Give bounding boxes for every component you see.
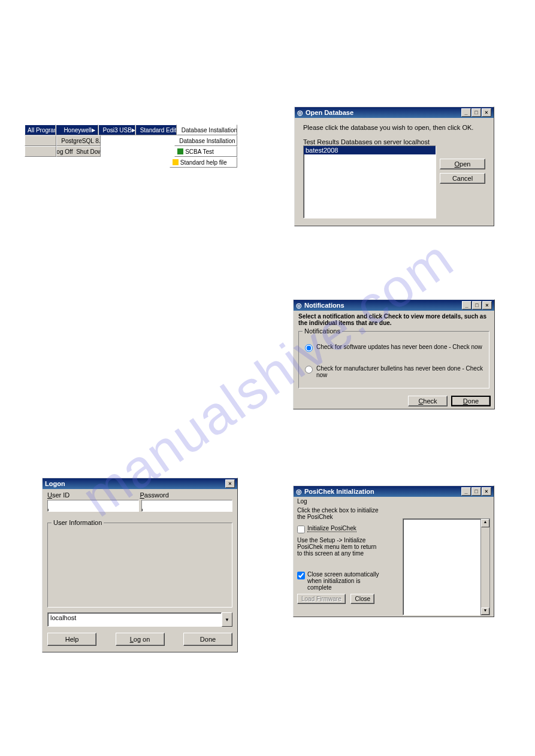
notifications-dialog: ◎ Notifications _ □ × Select a notificat…	[293, 299, 495, 409]
initialize-checkbox[interactable]	[297, 526, 305, 533]
scrollbar[interactable]: ▲ ▼	[480, 518, 490, 615]
close-button[interactable]: ×	[482, 487, 491, 496]
maximize-button[interactable]: □	[471, 487, 481, 496]
help-button[interactable]: Help	[47, 633, 96, 646]
done-button[interactable]: Done	[183, 633, 232, 646]
host-combo[interactable]: localhost	[47, 612, 222, 627]
cancel-button[interactable]: Cancel	[440, 173, 485, 184]
logon-button[interactable]: Log on	[116, 633, 165, 646]
radio-updates[interactable]	[305, 344, 313, 352]
instruction-text: Please click the database you wish to op…	[303, 124, 485, 131]
window-title: Logon	[45, 480, 65, 487]
group-label: Notifications	[303, 327, 342, 335]
initialize-checkbox-row[interactable]: Initialize PosiChek	[297, 525, 381, 533]
menu-postgresql[interactable]: PostgreSQL 8.3▶	[56, 135, 100, 146]
scba-icon	[177, 148, 183, 154]
maximize-button[interactable]: □	[472, 301, 482, 309]
maximize-button[interactable]: □	[471, 108, 481, 117]
menu-spacer	[25, 146, 56, 157]
open-button[interactable]: Open	[440, 159, 485, 169]
titlebar: ◎ PosiChek Initialization _ □ ×	[294, 486, 494, 497]
minimize-button[interactable]: _	[461, 487, 471, 496]
close-button[interactable]: ×	[482, 301, 492, 309]
log-label: Log	[297, 498, 490, 505]
open-database-dialog: ◎ Open Database _ □ × Please click the d…	[294, 107, 494, 226]
menu-logoff-shutdown[interactable]: Log Off Shut Down	[56, 146, 100, 157]
password-label: Password	[140, 491, 233, 499]
user-id-input[interactable]	[47, 500, 139, 512]
titlebar: ◎ Notifications _ □ ×	[294, 300, 494, 311]
notification-option-2[interactable]: Check for manufacturer bulletins has nev…	[305, 365, 483, 378]
help-text: Use the Setup -> Initialize PosiChek men…	[297, 537, 381, 557]
user-info-label: User Information	[52, 519, 104, 526]
close-button[interactable]: Close	[350, 594, 374, 604]
menu-db-wizard-help[interactable]: Database Installation Wizard Help	[174, 135, 237, 146]
menu-posi3usb[interactable]: Posi3 USB▶	[98, 125, 135, 135]
app-icon: ◎	[297, 109, 303, 117]
user-id-label: User ID	[47, 491, 140, 499]
database-item[interactable]: batest2008	[304, 146, 436, 154]
posichek-init-dialog: ◎ PosiChek Initialization _ □ × Log Clic…	[293, 485, 494, 617]
folder-icon	[59, 127, 62, 133]
window-title: Open Database	[306, 109, 353, 116]
password-input[interactable]	[141, 500, 233, 512]
app-icon: ◎	[296, 488, 302, 496]
menu-std-help[interactable]: Standard help file	[170, 157, 237, 168]
titlebar: ◎ Open Database _ □ ×	[295, 107, 494, 118]
menu-db-wizard[interactable]: Database Installation Wizard	[177, 125, 237, 135]
minimize-button[interactable]: _	[462, 301, 471, 309]
minimize-button[interactable]: _	[461, 108, 471, 117]
menu-spacer	[25, 135, 56, 146]
list-label: Test Results Databases on server localho…	[303, 138, 485, 145]
instruction-text: Click the check box to initialize the Po…	[297, 507, 381, 520]
autoclose-checkbox[interactable]	[297, 572, 305, 579]
menu-honeywell[interactable]: Honeywell▶	[56, 125, 98, 135]
logon-dialog: Logon × User ID Password User Informatio…	[42, 478, 238, 652]
instruction-text: Select a notification and click Check to…	[298, 313, 489, 326]
all-programs-item[interactable]: All Programs	[25, 125, 56, 135]
app-icon: ◎	[296, 302, 302, 309]
radio-bulletins[interactable]	[305, 366, 313, 374]
menu-blank	[101, 135, 175, 146]
check-button[interactable]: Check	[408, 396, 448, 406]
database-list[interactable]: batest2008	[303, 145, 436, 218]
done-button[interactable]: Done	[451, 396, 491, 406]
close-button[interactable]: ×	[225, 479, 235, 488]
notification-option-1[interactable]: Check for software updates has never bee…	[305, 344, 483, 352]
autoclose-checkbox-row[interactable]: Close screen automatically when initiali…	[297, 571, 381, 591]
menu-standard-edition[interactable]: Standard Edition▶	[135, 125, 177, 135]
window-title: PosiChek Initialization	[304, 488, 374, 495]
window-title: Notifications	[304, 302, 344, 309]
menu-blank	[101, 146, 175, 157]
log-textarea[interactable]	[403, 518, 488, 615]
start-menu: All Programs Honeywell▶ Posi3 USB▶ Stand…	[25, 125, 237, 168]
dropdown-button[interactable]: ▼	[222, 612, 232, 627]
menu-scba-test[interactable]: SCBA Test	[174, 146, 237, 157]
scroll-up-icon[interactable]: ▲	[481, 519, 489, 527]
scroll-down-icon[interactable]: ▼	[481, 608, 489, 615]
load-firmware-button: Load Firmware	[297, 594, 346, 604]
close-button[interactable]: ×	[482, 108, 491, 117]
help-icon	[173, 159, 179, 165]
titlebar: Logon ×	[43, 478, 237, 489]
